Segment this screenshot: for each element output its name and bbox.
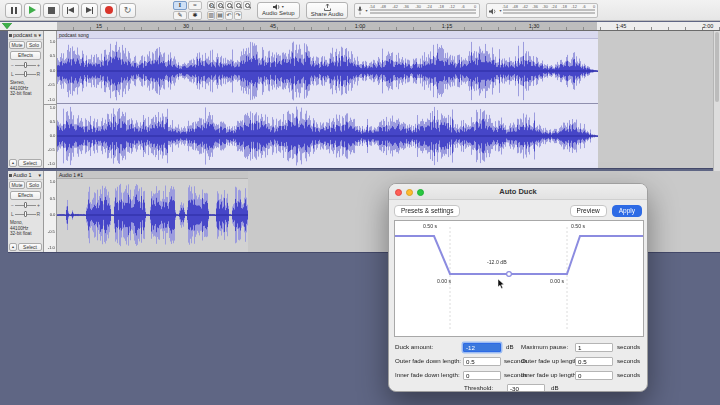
clip1-channel-right[interactable] (57, 103, 598, 168)
track1-name: podcast song (13, 32, 37, 38)
zoom-fit-button[interactable] (234, 1, 242, 10)
tools-toolbar: I ≈ ✎ ✱ (173, 1, 202, 20)
track1-clip-area[interactable]: podcast song (57, 31, 720, 168)
duck-level-label: -12.0 dB (487, 259, 507, 265)
threshold-input[interactable] (507, 384, 545, 392)
playhead-pin-icon[interactable] (2, 23, 12, 29)
maximize-button[interactable] (417, 189, 424, 196)
play-button[interactable] (24, 3, 41, 18)
track1-solo-button[interactable]: Solo (26, 41, 42, 49)
clip2-channel[interactable] (57, 179, 248, 251)
pause-button[interactable] (5, 3, 22, 18)
duck-amount-label: Duck amount: (395, 342, 433, 352)
gain-slider-thumb[interactable] (24, 62, 27, 68)
scrollbar-thumb[interactable] (715, 32, 719, 102)
inner-fade-up-input[interactable] (575, 371, 613, 380)
ibeam-icon: I (179, 2, 181, 8)
recording-meter[interactable]: ▾ -54-48-42-36-30-24-18-12-60 (354, 3, 480, 18)
track1-gain-slider[interactable]: − + (11, 61, 40, 69)
playback-meter[interactable]: ▾ -54-48-42-36-30-24-18-12-60 (486, 3, 598, 18)
track2-gain-slider[interactable]: − + (11, 201, 40, 209)
recording-meter-scale: -54-48-42-36-30-24-18-12-60 (367, 4, 479, 17)
duck-curve-graph[interactable]: 0.50 s 0.50 s 0.00 s 0.00 s -12.0 dB (394, 220, 644, 337)
duck-amount-unit: dB (506, 342, 514, 352)
clip2-title-bar[interactable]: Audio 1 #1 (57, 171, 248, 179)
chevron-down-icon: ▼ (38, 173, 42, 178)
close-button[interactable] (395, 189, 402, 196)
track2-solo-button[interactable]: Solo (26, 181, 42, 189)
track2-pan-slider[interactable]: L R (11, 210, 40, 218)
recording-meter-bars (370, 9, 476, 15)
track1-vertical-scale[interactable]: 1.00.50.0-0.5-1.0 1.00.50.0-0.5-1.0 (44, 31, 57, 168)
share-audio-label: Share Audio (311, 11, 344, 17)
pan-slider-thumb[interactable] (24, 71, 27, 77)
track2-collapse-button[interactable]: ▴ (9, 243, 17, 251)
zoom-out-button[interactable]: − (216, 1, 224, 10)
preview-button[interactable]: Preview (570, 205, 607, 218)
vertical-scrollbar[interactable] (713, 31, 720, 171)
dialog-titlebar[interactable]: Auto Duck (389, 184, 647, 200)
zoom-selection-button[interactable] (225, 1, 233, 10)
track1-mute-button[interactable]: Mute (9, 41, 25, 49)
zoom-toggle-button[interactable] (243, 1, 251, 10)
stop-button[interactable] (43, 3, 60, 18)
track2-name-menu[interactable]: Audio 1 ▼ (8, 171, 43, 180)
envelope-icon: ≈ (193, 2, 196, 8)
silence-audio-button[interactable]: ▤ (216, 11, 224, 20)
record-button[interactable] (100, 3, 117, 18)
track1-name-menu[interactable]: podcast song ▼ (8, 31, 43, 40)
skip-to-end-button[interactable] (81, 3, 98, 18)
pan-slider-thumb[interactable] (24, 211, 27, 217)
main-toolbar: ↻ I ≈ ✎ ✱ + − ▥ ▤ ↶ ↷ ▾ Audio Setup Shar… (0, 0, 720, 21)
track2-select-button[interactable]: Select (18, 243, 42, 251)
undo-button[interactable]: ↶ (225, 11, 233, 20)
outer-fade-down-field-label: Outer fade down length: (395, 356, 461, 366)
track1-collapse-button[interactable]: ▴ (9, 159, 17, 167)
presets-settings-button[interactable]: Presets & settings (394, 205, 460, 218)
audio-setup-label: Audio Setup (262, 10, 295, 16)
zoom-selection-icon (227, 3, 232, 8)
minimize-button[interactable] (406, 189, 413, 196)
outer-fade-up-input[interactable] (575, 357, 613, 366)
zoom-in-button[interactable]: + (207, 1, 215, 10)
inner-fade-down-label: 0.00 s (437, 278, 451, 284)
clip-podcast-song[interactable]: podcast song (57, 31, 598, 168)
clip1-title-bar[interactable]: podcast song (57, 31, 598, 39)
gain-slider-thumb[interactable] (24, 202, 27, 208)
skip-to-start-button[interactable] (62, 3, 79, 18)
trim-icon: ▥ (208, 12, 214, 18)
redo-button[interactable]: ↷ (234, 11, 242, 20)
share-audio-button[interactable]: Share Audio (306, 2, 349, 19)
clip1-channel-left[interactable] (57, 39, 598, 103)
track2-effects-button[interactable]: Effects (10, 191, 41, 200)
loop-button[interactable]: ↻ (119, 3, 136, 18)
max-pause-input[interactable] (575, 343, 613, 352)
track-blurb-icon (9, 174, 12, 177)
track2-name: Audio 1 (13, 172, 37, 178)
track-blurb-icon (9, 34, 12, 37)
inner-fade-down-input[interactable] (463, 371, 501, 380)
duck-amount-input[interactable] (463, 343, 501, 352)
trim-audio-button[interactable]: ▥ (207, 11, 215, 20)
apply-button[interactable]: Apply (612, 205, 642, 218)
multi-tool-button[interactable]: ✱ (188, 11, 202, 20)
clip-audio-1[interactable]: Audio 1 #1 (57, 171, 248, 252)
envelope-tool-button[interactable]: ≈ (188, 1, 202, 10)
pan-left-label: L (11, 71, 14, 77)
dropdown-caret-icon: ▾ (282, 5, 284, 9)
draw-tool-button[interactable]: ✎ (173, 11, 187, 20)
audio-setup-button[interactable]: ▾ Audio Setup (257, 2, 300, 19)
outer-fade-down-input[interactable] (463, 357, 501, 366)
track1-effects-button[interactable]: Effects (10, 51, 41, 60)
zoom-out-icon: − (218, 3, 223, 8)
track1-select-button[interactable]: Select (18, 159, 42, 167)
track1-pan-slider[interactable]: L R (11, 70, 40, 78)
timeline-ruler[interactable]: 1530451:001:151:301:452:00 (0, 22, 720, 31)
loop-icon: ↻ (124, 6, 132, 15)
inner-fade-up-label: 0.00 s (550, 278, 564, 284)
zoom-in-icon: + (209, 3, 214, 8)
track2-mute-button[interactable]: Mute (9, 181, 25, 189)
auto-duck-dialog: Auto Duck Presets & settings Preview App… (388, 183, 648, 392)
selection-tool-button[interactable]: I (173, 1, 187, 10)
track2-vertical-scale[interactable]: 1.00.50.0-0.5-1.0 (44, 171, 57, 252)
